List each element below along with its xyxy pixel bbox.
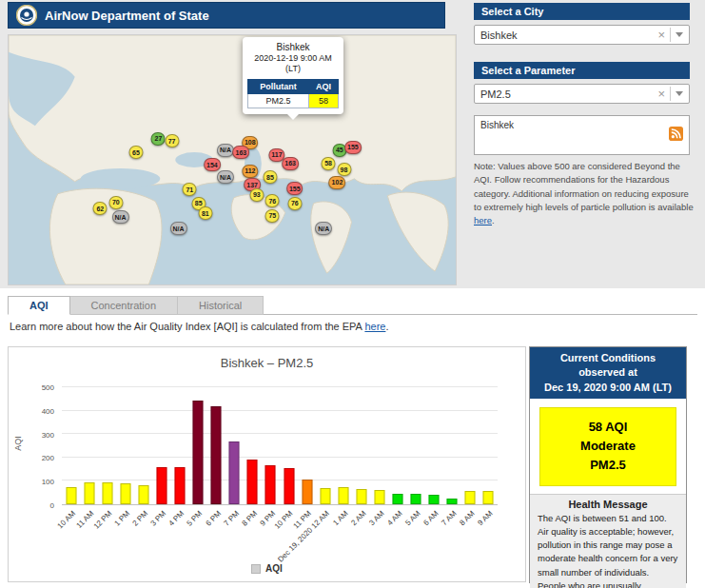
- chart-bar[interactable]: [447, 499, 458, 504]
- chart-bar[interactable]: [284, 468, 294, 504]
- city-select[interactable]: Bishkek ×: [474, 25, 690, 45]
- map-aqi-marker[interactable]: 62: [93, 202, 108, 215]
- chart-bar[interactable]: [465, 491, 476, 504]
- select-city-header: Select a City: [474, 3, 690, 20]
- chart-x-tick-label: 2 PM: [131, 509, 150, 528]
- aqi-category: Moderate: [542, 437, 674, 456]
- chart-bar[interactable]: [483, 491, 494, 504]
- chart-bar[interactable]: [320, 488, 330, 504]
- chart-y-tick-label: 0: [50, 501, 54, 510]
- chart-bar[interactable]: [302, 480, 312, 504]
- chart-x-tick-label: 6 AM: [421, 509, 440, 527]
- parameter-select-value: PM2.5: [480, 88, 657, 100]
- map-aqi-marker[interactable]: 85: [263, 170, 277, 184]
- chart-bar[interactable]: [338, 487, 348, 504]
- learn-more-link[interactable]: here: [364, 321, 385, 332]
- clear-city-icon[interactable]: ×: [657, 29, 665, 41]
- map-aqi-marker[interactable]: N/A: [217, 170, 234, 184]
- chart-x-tick-label: 11 AM: [74, 509, 95, 530]
- chart-bar[interactable]: [265, 465, 276, 504]
- legend-label: AQI: [265, 563, 283, 574]
- map-aqi-marker[interactable]: 155: [286, 182, 304, 195]
- chart-bar[interactable]: [229, 441, 240, 504]
- map-aqi-marker[interactable]: 58: [322, 157, 336, 170]
- chart-bar[interactable]: [138, 485, 148, 504]
- chart-bar[interactable]: [193, 401, 204, 504]
- chart-bar[interactable]: [175, 467, 186, 504]
- popup-aqi-table: Pollutant AQI PM2.5 58: [247, 79, 339, 108]
- current-conditions-header: Current Conditions observed at Dec 19, 2…: [530, 347, 686, 399]
- rss-icon[interactable]: [669, 127, 683, 145]
- chart-bar[interactable]: [429, 495, 440, 504]
- map-aqi-marker[interactable]: 163: [282, 157, 299, 170]
- learn-more-before: Learn more about how the Air Quality Ind…: [10, 321, 364, 332]
- chart-bar[interactable]: [356, 489, 366, 504]
- chart-bar[interactable]: [84, 482, 94, 504]
- chart-x-tick-label: 12 PM: [91, 509, 113, 531]
- chart-x-tick-label: 10 PM: [273, 509, 295, 531]
- map-aqi-marker[interactable]: 71: [183, 183, 197, 196]
- map-aqi-marker[interactable]: 163: [233, 146, 250, 159]
- rss-city-label: Bishkek: [480, 120, 514, 130]
- chart-x-tick-label: 6 PM: [204, 509, 223, 528]
- chart-x-tick-label: 3 PM: [149, 509, 168, 528]
- chart-bar[interactable]: [156, 467, 166, 504]
- aqi-map[interactable]: 652777N/A154108163112137N/A9311716315585…: [8, 34, 457, 285]
- map-aqi-marker[interactable]: 27: [151, 132, 166, 146]
- chart-x-tick-label: 8 PM: [240, 509, 259, 528]
- map-aqi-marker[interactable]: 81: [198, 206, 212, 220]
- chart-legend[interactable]: AQI: [9, 563, 525, 574]
- map-aqi-marker[interactable]: 93: [249, 188, 264, 202]
- map-marker-layer: 652777N/A154108163112137N/A9311716315585…: [9, 35, 456, 284]
- chevron-down-icon[interactable]: [676, 91, 683, 100]
- chart-x-tick-label: 3 AM: [367, 509, 385, 527]
- chart-gridline: [62, 480, 498, 480]
- tab-concentration[interactable]: Concentration: [70, 296, 179, 315]
- map-aqi-marker[interactable]: N/A: [315, 222, 332, 235]
- aqi-value: 58 AQI: [542, 418, 674, 437]
- map-aqi-marker[interactable]: 76: [287, 197, 302, 210]
- observed-at-label: observed at: [532, 365, 684, 380]
- map-aqi-marker[interactable]: 102: [329, 176, 346, 189]
- chart-bar[interactable]: [211, 406, 222, 504]
- map-aqi-marker[interactable]: N/A: [170, 222, 187, 235]
- select-divider: [670, 28, 671, 42]
- map-aqi-marker[interactable]: 112: [242, 165, 258, 178]
- map-aqi-marker[interactable]: 154: [204, 158, 221, 171]
- chart-bar[interactable]: [393, 494, 403, 504]
- map-aqi-marker[interactable]: 70: [108, 196, 123, 209]
- chart-bar[interactable]: [247, 460, 258, 504]
- note-link[interactable]: here: [474, 215, 492, 225]
- tab-historical[interactable]: Historical: [178, 296, 264, 315]
- map-aqi-marker[interactable]: 77: [165, 134, 179, 147]
- map-aqi-marker[interactable]: 75: [265, 209, 280, 223]
- map-aqi-marker[interactable]: 65: [128, 146, 143, 159]
- chart-gridline: [62, 457, 498, 458]
- chart-y-tick-label: 500: [42, 383, 54, 392]
- chart-plot: [62, 387, 498, 505]
- chart-x-tick-label: 5 AM: [403, 509, 421, 527]
- popup-pollutant: PM2.5: [248, 93, 309, 108]
- aqi-parameter: PM2.5: [542, 456, 674, 475]
- map-aqi-marker[interactable]: 98: [337, 163, 351, 176]
- chart-bar[interactable]: [102, 482, 112, 504]
- popup-col-pollutant: Pollutant: [248, 79, 309, 93]
- chart-bar[interactable]: [120, 483, 130, 504]
- chart-bar[interactable]: [374, 490, 384, 504]
- chart-bar[interactable]: [411, 494, 421, 504]
- rss-box: Bishkek: [474, 115, 690, 155]
- tab-aqi[interactable]: AQI: [8, 296, 70, 315]
- chart-x-tick-label: 9 AM: [477, 509, 495, 527]
- map-aqi-marker[interactable]: N/A: [217, 144, 234, 157]
- map-aqi-marker[interactable]: N/A: [111, 210, 128, 224]
- map-aqi-marker[interactable]: 155: [344, 141, 362, 154]
- chart-bar[interactable]: [66, 487, 76, 504]
- health-message-section: Health Message The AQI is between 51 and…: [530, 494, 686, 588]
- chevron-down-icon[interactable]: [676, 32, 683, 41]
- parameter-select[interactable]: PM2.5 ×: [474, 84, 690, 104]
- chart-title: Bishkek – PM2.5: [9, 356, 525, 370]
- map-aqi-marker[interactable]: 76: [265, 194, 280, 207]
- legend-swatch-icon: [251, 564, 261, 574]
- chart-x-tick-label: 4 AM: [385, 509, 403, 527]
- clear-parameter-icon[interactable]: ×: [657, 88, 665, 100]
